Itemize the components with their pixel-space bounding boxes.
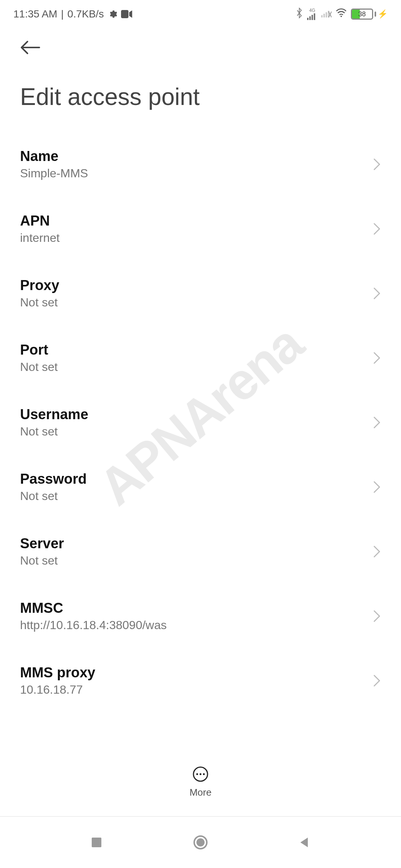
svg-rect-7 — [326, 12, 327, 17]
setting-value: Not set — [20, 296, 366, 309]
signal-secondary-icon — [321, 8, 332, 20]
status-separator: | — [61, 8, 63, 20]
status-net-speed: 0.7KB/s — [68, 8, 104, 20]
setting-value: Simple-MMS — [20, 167, 366, 180]
setting-title: MMS proxy — [20, 665, 366, 681]
setting-row-server[interactable]: ServerNot set — [20, 519, 381, 584]
setting-title: Name — [20, 148, 366, 164]
nav-home-button[interactable] — [189, 831, 212, 854]
setting-row-password[interactable]: PasswordNot set — [20, 455, 381, 519]
svg-rect-17 — [92, 838, 101, 847]
bluetooth-icon — [295, 7, 303, 21]
chevron-right-icon — [366, 480, 381, 494]
chevron-right-icon — [366, 287, 381, 300]
chevron-right-icon — [366, 416, 381, 429]
svg-rect-0 — [121, 10, 128, 18]
setting-text: ServerNot set — [20, 536, 366, 568]
chevron-right-icon — [366, 351, 381, 365]
more-menu-button[interactable]: More — [0, 758, 401, 806]
svg-rect-1 — [307, 18, 309, 20]
chevron-right-icon — [366, 674, 381, 687]
setting-title: APN — [20, 213, 366, 229]
svg-rect-5 — [321, 15, 323, 17]
camera-icon — [121, 10, 132, 18]
setting-text: ProxyNot set — [20, 277, 366, 309]
svg-point-15 — [200, 773, 202, 775]
setting-row-name[interactable]: NameSimple-MMS — [20, 132, 381, 197]
charging-icon: ⚡ — [378, 9, 388, 19]
setting-row-proxy[interactable]: ProxyNot set — [20, 261, 381, 326]
setting-title: Proxy — [20, 277, 366, 293]
svg-rect-2 — [309, 16, 311, 20]
page-title: Edit access point — [20, 83, 381, 111]
system-navigation-bar — [0, 816, 401, 868]
setting-row-mmsc[interactable]: MMSChttp://10.16.18.4:38090/was — [20, 584, 381, 648]
back-button[interactable] — [20, 36, 42, 59]
battery-percent: 38 — [352, 10, 372, 19]
setting-value: internet — [20, 231, 366, 245]
svg-rect-3 — [312, 15, 313, 20]
setting-value: 10.16.18.77 — [20, 683, 366, 697]
setting-title: Port — [20, 342, 366, 358]
gear-icon — [108, 9, 117, 19]
nav-back-button[interactable] — [293, 831, 316, 854]
status-time: 11:35 AM — [13, 8, 57, 20]
setting-text: MMSChttp://10.16.18.4:38090/was — [20, 600, 366, 632]
settings-list: NameSimple-MMSAPNinternetProxyNot setPor… — [0, 132, 401, 713]
signal-4g-icon: 4G — [307, 8, 317, 20]
setting-row-username[interactable]: UsernameNot set — [20, 390, 381, 455]
status-bar-left: 11:35 AM | 0.7KB/s — [13, 8, 132, 20]
battery-indicator: 38 ⚡ — [351, 9, 388, 20]
setting-text: MMS proxy10.16.18.77 — [20, 665, 366, 697]
setting-value: http://10.16.18.4:38090/was — [20, 618, 366, 632]
svg-point-14 — [196, 773, 198, 775]
setting-title: Server — [20, 536, 366, 552]
more-label: More — [189, 787, 211, 798]
chevron-right-icon — [366, 222, 381, 236]
svg-point-11 — [340, 16, 342, 17]
setting-value: Not set — [20, 554, 366, 568]
setting-value: Not set — [20, 360, 366, 374]
setting-text: APNinternet — [20, 213, 366, 245]
setting-title: Password — [20, 471, 366, 487]
more-icon — [192, 766, 209, 784]
setting-text: PasswordNot set — [20, 471, 366, 503]
setting-value: Not set — [20, 489, 366, 503]
svg-point-19 — [196, 838, 205, 846]
setting-text: PortNot set — [20, 342, 366, 374]
setting-text: NameSimple-MMS — [20, 148, 366, 180]
nav-recent-button[interactable] — [85, 831, 108, 854]
setting-title: Username — [20, 407, 366, 423]
chevron-right-icon — [366, 609, 381, 623]
status-bar-right: 4G 38 ⚡ — [295, 7, 388, 21]
setting-value: Not set — [20, 425, 366, 438]
setting-row-port[interactable]: PortNot set — [20, 326, 381, 390]
setting-row-mmsproxy[interactable]: MMS proxy10.16.18.77 — [20, 648, 381, 713]
chevron-right-icon — [366, 158, 381, 171]
setting-text: UsernameNot set — [20, 407, 366, 438]
svg-rect-6 — [323, 14, 325, 17]
svg-point-16 — [203, 773, 205, 775]
svg-rect-4 — [314, 13, 315, 20]
chevron-right-icon — [366, 545, 381, 558]
setting-row-apn[interactable]: APNinternet — [20, 197, 381, 261]
wifi-icon — [335, 8, 347, 20]
setting-title: MMSC — [20, 600, 366, 616]
status-bar: 11:35 AM | 0.7KB/s 4G — [0, 0, 401, 28]
